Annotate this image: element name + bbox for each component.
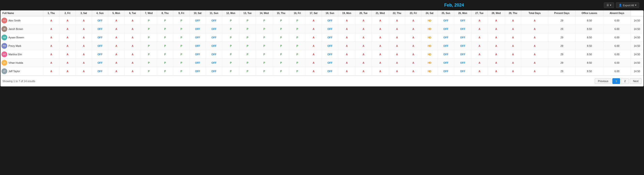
col-day-18: 18, Sun (322, 10, 338, 16)
status-day-27: A (471, 25, 488, 33)
table-row: ASAlex SmithAAAOFFAAPPPOFFOFFPPPPPAOFFAA… (0, 16, 644, 25)
status-day-4: OFF (92, 50, 108, 59)
avatar: AB (2, 34, 7, 40)
status-day-1: A (43, 25, 59, 33)
status-day-4: OFF (92, 33, 108, 42)
col-total-days: Total Days (521, 10, 548, 16)
status-day-25: OFF (438, 42, 454, 50)
table-row: JTJeff TaylorAAAOFFAAPPPOFFOFFPPPPPAOFFA… (0, 67, 644, 76)
status-day-22: A (389, 33, 405, 42)
status-day-10: OFF (190, 50, 206, 59)
status-day-26: OFF (454, 59, 471, 67)
status-day-13: P (240, 67, 256, 76)
summary-office_leaves: 6.00 (604, 67, 630, 76)
status-day-28: A (488, 50, 505, 59)
status-day-20: A (355, 59, 372, 67)
status-day-14: P (256, 25, 273, 33)
summary-total_days: 29 (548, 50, 576, 59)
summary-present_days: 8.50 (575, 67, 603, 76)
status-day-12: P (222, 59, 240, 67)
col-day-3: 3, Sat (76, 10, 92, 16)
status-day-30: A (521, 33, 548, 42)
page-1-button[interactable]: 1 (612, 78, 620, 84)
status-day-8: P (157, 67, 173, 76)
status-day-28: A (488, 67, 505, 76)
status-day-10: OFF (190, 16, 206, 25)
status-day-24: HD (422, 25, 438, 33)
status-day-14: P (256, 59, 273, 67)
status-day-3: A (76, 16, 92, 25)
status-day-8: P (157, 33, 173, 42)
status-day-12: P (222, 25, 240, 33)
page-2-button[interactable]: 2 (621, 78, 629, 84)
status-day-24: HD (422, 16, 438, 25)
status-day-24: HD (422, 33, 438, 42)
previous-button[interactable]: Previous (595, 78, 612, 84)
employee-name: Vihan Hudda (8, 61, 23, 64)
summary-present_days: 8.50 (575, 42, 603, 50)
avatar: JB (2, 26, 7, 32)
status-day-18: OFF (322, 67, 338, 76)
status-day-7: P (141, 16, 157, 25)
summary-absent_days: 14.50 (630, 59, 643, 67)
col-day-29: 29, Thu (505, 10, 521, 16)
status-day-17: A (306, 42, 322, 50)
status-day-2: A (60, 16, 76, 25)
status-day-13: P (240, 33, 256, 42)
status-day-1: A (43, 59, 59, 67)
status-day-19: A (338, 42, 356, 50)
status-day-24: HD (422, 42, 438, 50)
status-day-13: P (240, 25, 256, 33)
status-day-29: A (505, 50, 521, 59)
employee-name: Ayaan Bowen (8, 36, 24, 39)
summary-total_days: 29 (548, 33, 576, 42)
status-day-25: OFF (438, 67, 454, 76)
status-day-6: A (124, 67, 141, 76)
status-day-21: A (372, 33, 389, 42)
status-day-14: P (256, 67, 273, 76)
status-day-22: A (389, 59, 405, 67)
status-day-4: OFF (92, 67, 108, 76)
name-cell: PMPrezy Mark (0, 42, 43, 50)
filter-dropdown-arrow: ▾ (610, 4, 612, 7)
summary-present_days: 8.50 (575, 59, 603, 67)
status-day-11: OFF (206, 67, 222, 76)
status-day-17: A (306, 33, 322, 42)
status-day-12: P (222, 50, 240, 59)
status-day-18: OFF (322, 33, 338, 42)
col-day-13: 13, Tue (240, 10, 256, 16)
status-day-15: P (273, 67, 289, 76)
filter-button[interactable]: ☰ ▾ (604, 2, 614, 8)
status-day-14: P (256, 50, 273, 59)
summary-absent_days: 14.50 (630, 42, 643, 50)
status-day-15: P (273, 25, 289, 33)
status-day-17: A (306, 59, 322, 67)
status-day-29: A (505, 59, 521, 67)
status-day-15: P (273, 16, 289, 25)
status-day-23: A (405, 25, 422, 33)
status-day-15: P (273, 50, 289, 59)
status-day-12: P (222, 33, 240, 42)
status-day-24: HD (422, 67, 438, 76)
status-day-21: A (372, 42, 389, 50)
status-day-23: A (405, 50, 422, 59)
status-day-8: P (157, 16, 173, 25)
status-day-8: P (157, 42, 173, 50)
status-day-11: OFF (206, 16, 222, 25)
col-day-28: 28, Wed (488, 10, 505, 16)
status-day-20: A (355, 25, 372, 33)
summary-total_days: 29 (548, 42, 576, 50)
status-day-26: OFF (454, 42, 471, 50)
table-row: MEMartina ElmAAAOFFAAPPPOFFOFFPPPPPAOFFA… (0, 50, 644, 59)
status-day-18: OFF (322, 59, 338, 67)
export-all-button[interactable]: 👤 Export All ▾ (616, 2, 639, 8)
employee-name: Jansh Brown (8, 27, 23, 30)
status-day-25: OFF (438, 16, 454, 25)
status-day-29: A (505, 42, 521, 50)
status-day-27: A (471, 67, 488, 76)
next-button[interactable]: Next (630, 78, 642, 84)
status-day-26: OFF (454, 16, 471, 25)
status-day-11: OFF (206, 50, 222, 59)
status-day-20: A (355, 50, 372, 59)
status-day-22: A (389, 16, 405, 25)
